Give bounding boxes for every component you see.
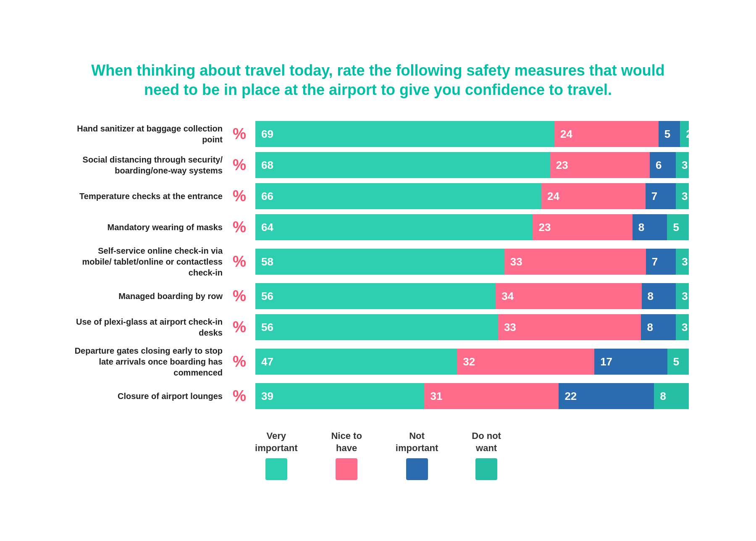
chart-row: Departure gates closing early to stop la… bbox=[67, 345, 689, 378]
percent-symbol: % bbox=[227, 387, 252, 405]
bar-not: 22 bbox=[559, 383, 654, 409]
bar-not: 7 bbox=[646, 249, 676, 275]
percent-symbol: % bbox=[227, 287, 252, 305]
legend-box bbox=[336, 458, 357, 480]
bar-nice: 24 bbox=[541, 183, 646, 209]
row-label: Closure of airport lounges bbox=[67, 391, 227, 402]
bar-not: 6 bbox=[650, 152, 676, 178]
bar-not: 17 bbox=[594, 349, 667, 375]
chart-row: Social distancing through security/ boar… bbox=[67, 152, 689, 178]
bar-do: 3 bbox=[676, 249, 689, 275]
bar-very: 56 bbox=[255, 314, 498, 340]
legend: Veryimportant Nice tohave Notimportant D… bbox=[67, 430, 689, 480]
bar-very: 69 bbox=[255, 121, 554, 147]
bar-very: 66 bbox=[255, 183, 541, 209]
bar-do: 8 bbox=[654, 383, 689, 409]
chart-row: Closure of airport lounges % 39 31 22 8 bbox=[67, 383, 689, 409]
bar-nice: 24 bbox=[554, 121, 659, 147]
bar-nice: 31 bbox=[424, 383, 559, 409]
legend-label: Veryimportant bbox=[255, 430, 297, 454]
chart-row: Temperature checks at the entrance % 66 … bbox=[67, 183, 689, 209]
legend-item: Veryimportant bbox=[255, 430, 297, 480]
row-label: Hand sanitizer at baggage collection poi… bbox=[67, 123, 227, 145]
legend-box bbox=[475, 458, 497, 480]
bar-not: 5 bbox=[659, 121, 680, 147]
bar-container: 66 24 7 3 bbox=[255, 183, 689, 209]
bar-nice: 23 bbox=[533, 214, 632, 240]
bar-very: 39 bbox=[255, 383, 424, 409]
bar-very: 58 bbox=[255, 249, 504, 275]
bar-very: 56 bbox=[255, 283, 496, 309]
legend-item: Nice tohave bbox=[331, 430, 362, 480]
percent-symbol: % bbox=[227, 218, 252, 236]
percent-symbol: % bbox=[227, 125, 252, 143]
legend-item: Do notwant bbox=[472, 430, 501, 480]
row-label: Self-service online check-in via mobile/… bbox=[67, 245, 227, 278]
bar-nice: 23 bbox=[550, 152, 650, 178]
bar-nice: 34 bbox=[496, 283, 641, 309]
bar-very: 68 bbox=[255, 152, 550, 178]
chart-row: Hand sanitizer at baggage collection poi… bbox=[67, 121, 689, 147]
chart-row: Use of plexi-glass at airport check-in d… bbox=[67, 314, 689, 340]
row-label: Temperature checks at the entrance bbox=[67, 191, 227, 202]
percent-symbol: % bbox=[227, 318, 252, 336]
bar-container: 47 32 17 5 bbox=[255, 349, 689, 375]
bar-do: 2 bbox=[680, 121, 689, 147]
chart-row: Self-service online check-in via mobile/… bbox=[67, 245, 689, 278]
bar-nice: 32 bbox=[457, 349, 594, 375]
chart-title: When thinking about travel today, rate t… bbox=[67, 61, 689, 100]
bar-nice: 33 bbox=[498, 314, 641, 340]
bar-nice: 33 bbox=[504, 249, 646, 275]
bar-very: 47 bbox=[255, 349, 457, 375]
bar-container: 68 23 6 3 bbox=[255, 152, 689, 178]
legend-box bbox=[406, 458, 428, 480]
bar-do: 3 bbox=[676, 283, 689, 309]
percent-symbol: % bbox=[227, 187, 252, 205]
row-label: Social distancing through security/ boar… bbox=[67, 154, 227, 176]
row-label: Departure gates closing early to stop la… bbox=[67, 345, 227, 378]
main-container: When thinking about travel today, rate t… bbox=[42, 44, 714, 497]
bar-do: 3 bbox=[676, 152, 689, 178]
bar-not: 8 bbox=[641, 314, 676, 340]
bar-not: 8 bbox=[642, 283, 676, 309]
bar-container: 39 31 22 8 bbox=[255, 383, 689, 409]
bar-not: 8 bbox=[633, 214, 667, 240]
percent-symbol: % bbox=[227, 353, 252, 370]
bar-container: 69 24 5 2 bbox=[255, 121, 689, 147]
legend-label: Nice tohave bbox=[331, 430, 362, 454]
bar-do: 3 bbox=[676, 183, 689, 209]
legend-box bbox=[265, 458, 287, 480]
legend-label: Notimportant bbox=[396, 430, 438, 454]
bar-not: 7 bbox=[646, 183, 676, 209]
bar-container: 58 33 7 3 bbox=[255, 249, 689, 275]
bar-very: 64 bbox=[255, 214, 533, 240]
chart-row: Managed boarding by row % 56 34 8 3 bbox=[67, 283, 689, 309]
legend-item: Notimportant bbox=[396, 430, 438, 480]
percent-symbol: % bbox=[227, 156, 252, 174]
row-label: Use of plexi-glass at airport check-in d… bbox=[67, 316, 227, 338]
row-label: Managed boarding by row bbox=[67, 291, 227, 302]
bar-container: 64 23 8 5 bbox=[255, 214, 689, 240]
bar-container: 56 33 8 3 bbox=[255, 314, 689, 340]
chart-row: Mandatory wearing of masks % 64 23 8 5 bbox=[67, 214, 689, 240]
row-label: Mandatory wearing of masks bbox=[67, 222, 227, 233]
bar-container: 56 34 8 3 bbox=[255, 283, 689, 309]
legend-label: Do notwant bbox=[472, 430, 501, 454]
percent-symbol: % bbox=[227, 253, 252, 270]
chart-area: Hand sanitizer at baggage collection poi… bbox=[67, 121, 689, 409]
bar-do: 5 bbox=[667, 349, 689, 375]
bar-do: 3 bbox=[676, 314, 689, 340]
bar-do: 5 bbox=[667, 214, 689, 240]
